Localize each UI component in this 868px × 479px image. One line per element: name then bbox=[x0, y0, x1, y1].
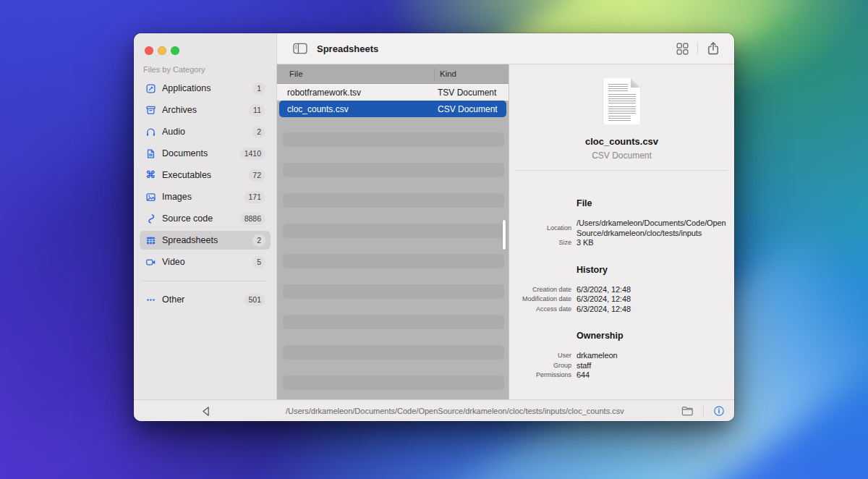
file-list: File Kind robotframework.tsv TSV Documen… bbox=[277, 64, 509, 399]
sidebar-item-spreadsheets[interactable]: Spreadsheets 2 bbox=[140, 231, 271, 250]
detail-value-permissions: 644 bbox=[576, 370, 726, 381]
ellipsis-icon bbox=[145, 294, 156, 305]
sidebar-section-title: Files by Category bbox=[143, 65, 276, 74]
sidebar-item-audio[interactable]: Audio 2 bbox=[140, 122, 271, 141]
sidebar-item-video[interactable]: Video 5 bbox=[140, 253, 271, 271]
document-preview-icon bbox=[603, 78, 641, 124]
sidebar-item-label: Documents bbox=[162, 148, 208, 158]
back-button[interactable] bbox=[198, 403, 213, 419]
reveal-in-folder-button[interactable] bbox=[680, 404, 695, 417]
detail-value-user: drkameleon bbox=[576, 351, 726, 361]
app-window: Files by Category Applications 1 Archive… bbox=[134, 33, 734, 421]
detail-value-access-date: 6/3/2024, 12:48 bbox=[576, 305, 726, 315]
sidebar-item-label: Images bbox=[162, 192, 192, 202]
section-file-rows: Location /Users/drkameleon/Documents/Cod… bbox=[516, 219, 728, 248]
sidebar-item-label: Archives bbox=[162, 105, 197, 115]
sidebar-item-label: Applications bbox=[162, 83, 210, 93]
archive-box-icon bbox=[145, 104, 156, 116]
path-bar: /Users/drkameleon/Documents/Code/OpenSou… bbox=[277, 400, 734, 421]
sidebar-divider bbox=[141, 281, 266, 281]
sidebar-item-archives[interactable]: Archives 11 bbox=[140, 101, 271, 119]
headphones-icon bbox=[145, 126, 156, 137]
info-button[interactable] bbox=[712, 404, 726, 418]
detail-label: Access date bbox=[516, 305, 571, 315]
page-fold bbox=[631, 78, 641, 88]
count-badge: 171 bbox=[244, 191, 265, 203]
sidebar-item-documents[interactable]: Documents 1410 bbox=[140, 144, 271, 163]
file-row-cloc-counts-selected[interactable]: cloc_counts.csv CSV Document bbox=[279, 101, 506, 117]
sidebar-item-images[interactable]: Images 171 bbox=[140, 187, 271, 206]
section-history-rows: Creation date 6/3/2024, 12:48 Modificati… bbox=[516, 285, 728, 315]
grid-view-icon bbox=[676, 43, 689, 55]
share-icon bbox=[707, 41, 720, 56]
doc-text-lines bbox=[608, 116, 631, 121]
video-camera-icon bbox=[145, 256, 156, 268]
empty-rows bbox=[277, 117, 509, 399]
info-icon bbox=[713, 405, 725, 417]
count-badge: 2 bbox=[252, 126, 265, 138]
section-title-ownership: Ownership bbox=[576, 331, 728, 341]
window-title: Spreadsheets bbox=[317, 43, 378, 54]
folder-icon bbox=[681, 406, 694, 416]
back-triangle-icon bbox=[201, 406, 210, 417]
count-badge: 1 bbox=[252, 82, 265, 95]
current-file-path: /Users/drkameleon/Documents/Code/OpenSou… bbox=[286, 407, 680, 415]
file-kind-cell: CSV Document bbox=[438, 104, 506, 114]
source-code-icon bbox=[145, 213, 156, 224]
details-panel: cloc_counts.csv CSV Document File Locati… bbox=[509, 64, 734, 399]
detail-label: Creation date bbox=[516, 285, 571, 295]
sidebar-item-applications[interactable]: Applications 1 bbox=[140, 79, 271, 98]
toolbar-separator bbox=[697, 43, 698, 54]
detail-label: Modification date bbox=[516, 294, 571, 305]
detail-value-group: staff bbox=[576, 361, 726, 371]
view-grid-button[interactable] bbox=[675, 41, 690, 56]
zoom-button[interactable] bbox=[171, 46, 179, 55]
sidebar-list: Applications 1 Archives 11 Audio 2 bbox=[134, 79, 276, 309]
table-icon bbox=[145, 234, 156, 246]
detail-value-location: /Users/drkameleon/Documents/Code/OpenSou… bbox=[576, 219, 726, 238]
sidebar-item-label: Other bbox=[162, 294, 184, 305]
sidebar-item-executables[interactable]: ⌘ Executables 72 bbox=[140, 166, 271, 185]
toggle-sidebar-button[interactable] bbox=[292, 41, 309, 56]
section-title-history: History bbox=[576, 265, 728, 275]
detail-kind: CSV Document bbox=[516, 151, 728, 161]
sidebar-item-label: Video bbox=[162, 257, 185, 267]
content-area: File Kind robotframework.tsv TSV Documen… bbox=[277, 64, 734, 399]
applications-icon bbox=[145, 82, 156, 94]
toolbar-actions bbox=[675, 40, 721, 57]
column-header-kind[interactable]: Kind bbox=[434, 68, 509, 80]
sidebar-item-label: Audio bbox=[162, 127, 185, 137]
section-ownership-rows: User drkameleon Group staff Permissions … bbox=[516, 351, 728, 381]
main-area: Spreadsheets File bbox=[277, 33, 734, 399]
vertical-scrollbar-thumb[interactable] bbox=[503, 220, 506, 250]
detail-divider bbox=[516, 170, 728, 171]
window-controls bbox=[145, 46, 179, 55]
detail-filename: cloc_counts.csv bbox=[516, 136, 728, 147]
count-badge: 5 bbox=[252, 256, 265, 268]
desktop: { "toolbar": { "title": "Spreadsheets" }… bbox=[0, 0, 868, 479]
doc-text-lines bbox=[608, 84, 628, 91]
sidebar-item-other[interactable]: Other 501 bbox=[140, 290, 271, 309]
sidebar-item-label: Spreadsheets bbox=[162, 235, 218, 245]
share-button[interactable] bbox=[705, 40, 721, 57]
count-badge: 72 bbox=[248, 169, 265, 182]
sidebar-item-label: Source code bbox=[162, 213, 213, 224]
sidebar-toggle-icon bbox=[293, 43, 307, 54]
detail-value-creation-date: 6/3/2024, 12:48 bbox=[576, 285, 726, 295]
sidebar-item-source-code[interactable]: Source code 8886 bbox=[140, 209, 271, 228]
detail-value-modification-date: 6/3/2024, 12:48 bbox=[576, 294, 726, 305]
toolbar: Spreadsheets bbox=[277, 33, 734, 64]
document-icon bbox=[145, 148, 156, 159]
file-row-robotframework[interactable]: robotframework.tsv TSV Document bbox=[277, 84, 509, 101]
bottom-bar: /Users/drkameleon/Documents/Code/OpenSou… bbox=[134, 399, 734, 421]
minimize-button[interactable] bbox=[158, 46, 166, 55]
file-name-cell: robotframework.tsv bbox=[287, 88, 438, 98]
photo-icon bbox=[145, 191, 156, 203]
close-button[interactable] bbox=[145, 46, 153, 55]
bottom-bar-separator bbox=[703, 405, 704, 417]
count-badge: 11 bbox=[249, 104, 265, 116]
count-badge: 501 bbox=[244, 294, 265, 306]
detail-label: User bbox=[516, 351, 571, 361]
section-title-file: File bbox=[576, 198, 728, 208]
column-header-file[interactable]: File bbox=[277, 69, 434, 78]
